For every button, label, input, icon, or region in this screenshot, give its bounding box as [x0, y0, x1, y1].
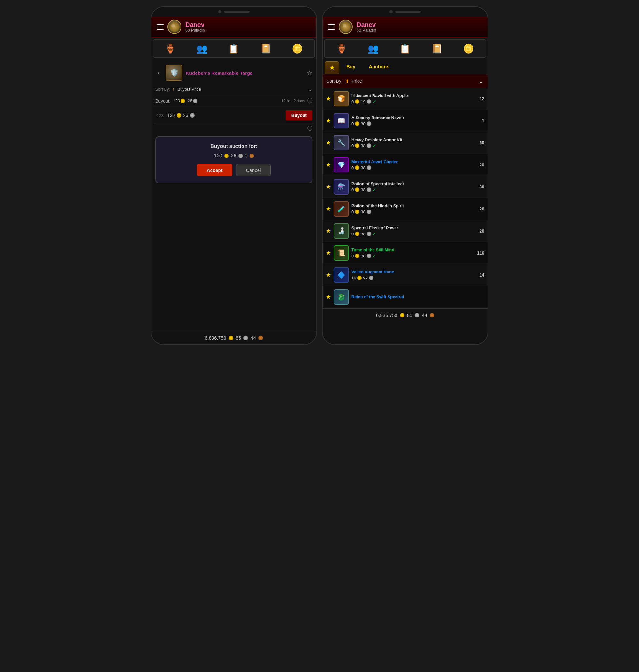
item-title: A Steamy Romance Novel:	[352, 115, 472, 121]
left-nav-quest[interactable]: 📋	[226, 42, 242, 55]
auction-item: ★ 💎 Masterful Jewel Cluster 0 38 20	[323, 154, 487, 176]
item-silver-coin	[367, 231, 371, 236]
favorite-star[interactable]: ★	[326, 227, 331, 235]
left-avatar	[168, 20, 182, 34]
item-details: Veiled Augment Rune 16 92	[352, 270, 472, 281]
right-nav-bag[interactable]: 🏺	[334, 42, 350, 55]
favorite-star[interactable]: ★	[326, 293, 331, 301]
buyout-dialog: Buyout auction for: 120 26 0 Accept Canc…	[155, 137, 312, 183]
left-camera	[218, 10, 221, 13]
sort-direction[interactable]: ↑	[173, 86, 175, 92]
favorite-star[interactable]: ★	[326, 183, 331, 190]
item-thumbnail: 💎	[333, 157, 349, 173]
tab-auctions[interactable]: Auctions	[362, 61, 395, 74]
item-title: Masterful Jewel Cluster	[352, 159, 472, 164]
buyout-button[interactable]: Buyout	[286, 110, 312, 121]
left-nav-bag[interactable]: 🏺	[162, 42, 178, 55]
item-silver-coin	[367, 188, 371, 192]
dialog-title: Buyout auction for:	[162, 143, 306, 149]
left-nav-book[interactable]: 📔	[258, 42, 274, 55]
favorite-star[interactable]: ★	[326, 95, 331, 102]
favorite-star[interactable]: ★	[326, 271, 331, 278]
favorite-star[interactable]: ★	[326, 250, 331, 256]
right-menu-icon[interactable]	[328, 24, 335, 30]
dialog-gold-coin	[224, 154, 229, 158]
item-title: Veiled Augment Rune	[352, 270, 472, 275]
info-button[interactable]: ⓘ	[307, 97, 312, 104]
right-avatar	[339, 20, 353, 34]
item-price-row: 0 38	[352, 209, 472, 214]
item-silver-coin	[367, 254, 371, 258]
favorite-button[interactable]: ☆	[307, 69, 312, 77]
silver-coin-icon	[193, 99, 198, 103]
left-nav-social[interactable]: 👥	[194, 42, 210, 55]
item-thumbnail: ⚗️	[333, 179, 349, 194]
item-gold-coin	[355, 99, 359, 104]
favorite-star[interactable]: ★	[326, 205, 331, 212]
item-header: ‹ 🛡️ Kudebeh's Remarkable Targe ☆	[154, 62, 314, 84]
right-nav-gold[interactable]: 🪙	[461, 42, 477, 55]
item-count: 20	[475, 162, 484, 167]
right-bottom-copper-coin	[430, 313, 434, 318]
left-content: ‹ 🛡️ Kudebeh's Remarkable Targe ☆ Sort B…	[152, 60, 316, 189]
accept-button[interactable]: Accept	[197, 164, 232, 176]
info-icon[interactable]: ⓘ	[307, 125, 312, 132]
tab-favorites[interactable]: ★	[325, 61, 339, 74]
right-bottom-silver-coin	[415, 313, 419, 318]
favorite-star[interactable]: ★	[326, 139, 331, 146]
item-name: Kudebeh's Remarkable Targe	[186, 70, 303, 76]
item-title: Iridescent Ravioli with Apple	[352, 93, 472, 98]
auction-item: ★ 🍶 Spectral Flask of Power 0 38 ✓ 20	[323, 220, 487, 242]
gold-icon: 🪙	[292, 44, 303, 54]
right-nav-social[interactable]: 👥	[365, 42, 381, 55]
dialog-buttons: Accept Cancel	[162, 164, 306, 176]
right-sort-chevron-icon[interactable]: ⌄	[478, 77, 484, 85]
left-nav-gold[interactable]: 🪙	[289, 42, 305, 55]
auction-item: ★ 🐉 Reins of the Swift Spectral	[323, 286, 487, 308]
right-sort-direction[interactable]: ⬆	[345, 78, 349, 84]
item-title: Potion of the Hidden Spirit	[352, 204, 472, 209]
dialog-copper-coin	[250, 154, 254, 158]
item-title: Tome of the Still Mind	[352, 247, 472, 253]
left-balance-gold: 6,836,750	[205, 335, 226, 340]
favorite-star[interactable]: ★	[326, 117, 331, 124]
item-details: Iridescent Ravioli with Apple 0 19 ✓	[352, 93, 472, 105]
left-bar	[224, 11, 250, 13]
item-details: Heavy Desolate Armor Kit 0 38 ✓	[352, 137, 472, 148]
right-bottom-bar: 6,836,750 85 44	[323, 308, 487, 322]
right-book-icon: 📔	[431, 44, 442, 54]
auction-item: ★ 🍞 Iridescent Ravioli with Apple 0 19 ✓…	[323, 88, 487, 110]
right-bag-icon: 🏺	[336, 44, 347, 54]
right-nav-quest[interactable]: 📋	[397, 42, 413, 55]
favorite-star[interactable]: ★	[326, 161, 331, 168]
item-silver-coin	[367, 143, 371, 148]
right-gold-icon: 🪙	[463, 44, 474, 54]
bag-icon: 🏺	[165, 44, 176, 54]
right-sort-bar: Sort By: ⬆ Price ⌄	[323, 75, 487, 88]
item-count: 30	[475, 184, 484, 189]
item-gold-coin	[355, 143, 359, 148]
item-silver-coin	[369, 276, 374, 280]
sort-label: Sort By:	[155, 87, 170, 92]
tab-buy[interactable]: Buy	[340, 61, 362, 74]
right-sort-field: Price	[352, 79, 476, 84]
item-title: Spectral Flask of Power	[352, 225, 472, 230]
item-count: 20	[475, 228, 484, 234]
item-thumbnail: 🍞	[333, 91, 349, 106]
left-sort-bar: Sort By: ↑ Buyout Price ⌄	[154, 84, 314, 95]
left-menu-icon[interactable]	[157, 24, 163, 30]
bottom-gold-coin	[229, 336, 233, 340]
item-thumbnail: 🍶	[333, 223, 349, 239]
back-button[interactable]: ‹	[155, 67, 162, 78]
right-nav-book[interactable]: 📔	[429, 42, 445, 55]
item-thumbnail: 🔷	[333, 267, 349, 283]
item-gold-coin	[355, 165, 359, 170]
auction-item: ★ 🔧 Heavy Desolate Armor Kit 0 38 ✓ 60	[323, 132, 487, 154]
sort-chevron-icon[interactable]: ⌄	[308, 85, 312, 93]
right-bar	[395, 11, 421, 13]
buyout-gold: 120	[173, 98, 185, 103]
item-gold-coin	[355, 231, 359, 236]
cancel-button[interactable]: Cancel	[236, 164, 271, 176]
auction-item: ★ 🔷 Veiled Augment Rune 16 92 14	[323, 264, 487, 286]
item-thumbnail: 🔧	[333, 135, 349, 150]
